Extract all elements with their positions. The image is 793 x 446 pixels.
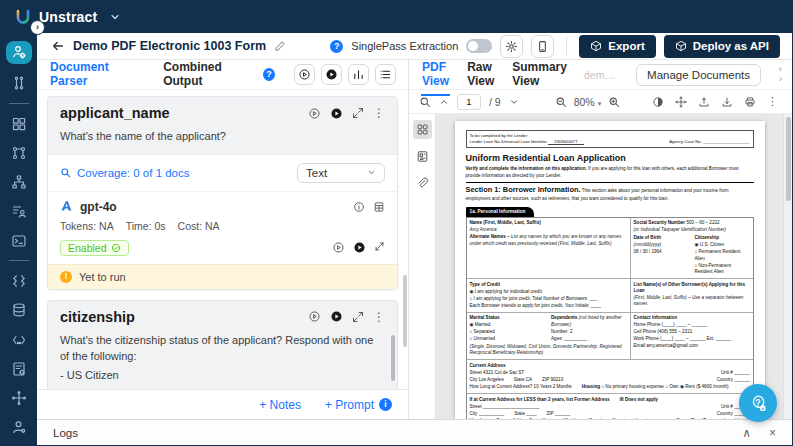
pdf-text-line: Verify and complete the information on t… (466, 166, 587, 171)
expand-output-icon[interactable] (374, 241, 385, 254)
run-llm-icon[interactable] (332, 241, 345, 254)
pdf-scrollbar[interactable] (783, 114, 792, 419)
page-total: / 9 (489, 96, 501, 108)
pdf-field-label: List Name(s) of Other Borrower(s) Applyi… (634, 282, 746, 293)
add-notes-button[interactable]: + Notes (259, 398, 301, 412)
tab-document-parser-label: Document Parser (50, 60, 143, 88)
pdf-scrollbar-thumb[interactable] (786, 117, 791, 201)
enabled-label: Enabled (68, 242, 107, 254)
singlepass-help-icon[interactable]: ? (330, 40, 343, 53)
page-number-input[interactable] (457, 94, 481, 110)
prompt-list-button[interactable] (375, 64, 396, 85)
org-switcher-chevron-icon[interactable] (109, 11, 121, 23)
enabled-badge[interactable]: Enabled (60, 240, 129, 256)
logs-bar[interactable]: Logs ∧ × (37, 419, 792, 445)
sidebar-item-terminal[interactable] (8, 231, 30, 250)
run-prompt-all-docs-icon[interactable] (330, 310, 343, 323)
attachments-button[interactable] (413, 174, 432, 193)
run-prompt-all-docs-icon[interactable] (330, 107, 343, 120)
run-prompt-icon[interactable] (308, 310, 321, 323)
back-button[interactable] (51, 39, 65, 53)
download-icon[interactable] (721, 96, 733, 108)
combined-output-help-icon[interactable]: ? (263, 68, 275, 81)
expand-prompt-icon[interactable] (352, 107, 364, 119)
add-prompt-label: + Prompt (325, 398, 374, 412)
contrast-icon[interactable] (652, 96, 664, 108)
prompt-list-scrollbar[interactable] (403, 275, 407, 347)
coverage-link[interactable]: Coverage: 0 of 1 docs (77, 167, 190, 179)
pdf-field-value: Street ______________________ (470, 404, 540, 409)
prompt-key: citizenship (60, 309, 135, 325)
pdf-radio-option: ◉ Married (470, 322, 546, 328)
pdf-more-menu-icon[interactable]: ⋮ (767, 95, 778, 108)
zoom-level-select[interactable]: 80% ▾ (574, 96, 601, 108)
run-time: Time: 0s (126, 220, 166, 232)
zoom-caret-icon: ▾ (598, 100, 602, 107)
outline-button[interactable] (413, 147, 432, 166)
llm-info-icon[interactable] (353, 201, 365, 213)
manage-documents-button[interactable]: Manage Documents (636, 64, 761, 86)
plus-cross-icon (11, 390, 27, 406)
run-single-pass-button[interactable] (294, 64, 315, 85)
upload-icon[interactable] (698, 96, 710, 108)
card-scrollbar[interactable] (391, 335, 395, 381)
coverage-analytics-button[interactable] (348, 64, 369, 85)
sidebar-item-user-lists[interactable] (8, 202, 30, 221)
sidebar-item-workflows[interactable] (8, 143, 30, 162)
print-icon[interactable] (744, 96, 756, 108)
person-gear-icon (11, 44, 27, 60)
prompt-menu-icon[interactable]: ⋮ (373, 106, 385, 120)
sidebar-item-add[interactable] (8, 388, 30, 407)
pdf-search-icon[interactable] (419, 96, 431, 108)
run-llm-all-docs-icon[interactable] (353, 241, 366, 254)
zoom-out-icon[interactable] (555, 96, 567, 108)
settings-button[interactable] (500, 35, 523, 58)
zoom-level-value: 80% (574, 96, 595, 108)
sidebar-item-doc-settings[interactable] (8, 359, 30, 378)
sidebar-item-profile[interactable] (8, 418, 30, 437)
thumbnails-button[interactable] (413, 120, 432, 139)
pdf-toolbar: / 9 80% ▾ (409, 90, 792, 114)
sidebar-item-vector-db[interactable] (8, 301, 30, 320)
page-down-icon[interactable] (509, 97, 519, 107)
deploy-as-api-button[interactable]: Deploy as API (664, 35, 780, 58)
output-table-icon[interactable] (373, 201, 385, 213)
prompt-info-icon[interactable]: i (379, 398, 392, 411)
sidebar-item-tools[interactable] (8, 74, 30, 93)
output-type-select[interactable]: Text (297, 163, 385, 183)
tab-raw-view-label: Raw View (467, 60, 494, 88)
prompt-panel-footer: + Notes + Prompt i (37, 389, 408, 419)
pdf-field-value: Home Phone (____) ____ – ______ (634, 322, 750, 328)
run-prompt-icon[interactable] (308, 107, 321, 120)
export-button[interactable]: Export (579, 35, 655, 58)
singlepass-toggle[interactable] (466, 39, 492, 53)
expand-prompt-icon[interactable] (352, 311, 364, 323)
sidebar-item-prompt-studio[interactable] (6, 41, 32, 64)
azure-openai-icon (60, 200, 73, 213)
add-prompt-button[interactable]: + Prompt i (325, 398, 392, 412)
pan-move-icon[interactable] (675, 96, 687, 108)
logs-expand-icon[interactable]: ∧ (742, 427, 751, 439)
sidebar-expand-button[interactable]: › (30, 20, 45, 35)
pdf-text-line: Lender Loan No./Universal Loan Identifie… (470, 139, 548, 144)
prompt-question: What's the name of the applicant? (60, 128, 385, 145)
token-count: Tokens: NA (60, 220, 114, 232)
guide-button[interactable] (531, 35, 554, 58)
sidebar-item-embeddings[interactable] (8, 271, 30, 290)
sidebar-item-pipelines[interactable] (8, 173, 30, 192)
tab-scroll-right-icon[interactable]: › (779, 75, 782, 85)
sidebar-item-text-extractor[interactable] (8, 330, 30, 349)
edit-title-icon[interactable] (274, 40, 286, 52)
zoom-in-icon[interactable] (608, 96, 620, 108)
prompt-menu-icon[interactable]: ⋮ (373, 310, 385, 324)
page-up-icon[interactable] (439, 97, 449, 107)
sidebar-item-dashboard[interactable] (8, 114, 30, 133)
run-all-prompts-button[interactable] (321, 64, 342, 85)
pdf-canvas[interactable]: To be completed by the Lender: Lender Lo… (436, 114, 783, 419)
pdf-text-line: (Single, Divorced, Widowed, Civil Union,… (470, 344, 627, 357)
package-icon (590, 40, 602, 52)
help-chat-button[interactable] (739, 384, 777, 422)
play-filled-icon (325, 68, 338, 81)
logs-close-icon[interactable]: × (769, 427, 776, 439)
toggle-knob (468, 41, 478, 51)
